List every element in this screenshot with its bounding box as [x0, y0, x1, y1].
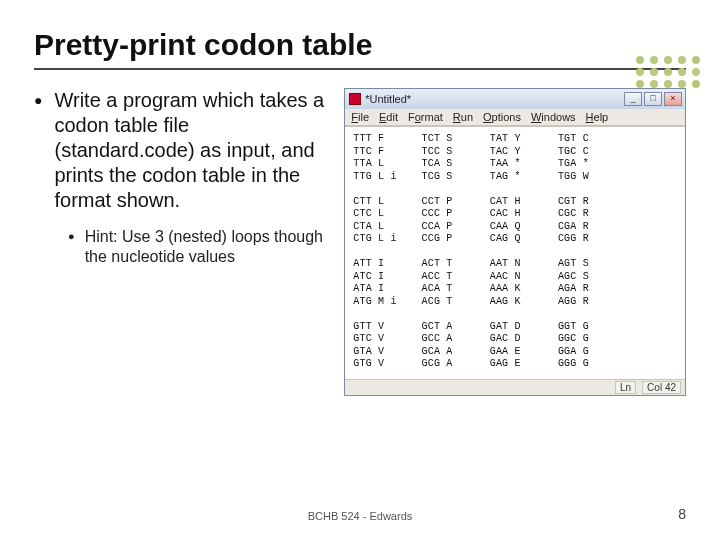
bullet-main-text: Write a program which takes a codon tabl…: [54, 88, 330, 213]
statusbar: Ln Col 42: [345, 379, 685, 395]
close-button[interactable]: ×: [664, 92, 682, 106]
window-controls: _ □ ×: [624, 92, 682, 106]
menu-format[interactable]: Format: [408, 111, 443, 123]
slide: Pretty-print codon table ● Write a progr…: [0, 0, 720, 540]
bullet-dot-icon: ●: [68, 230, 75, 267]
status-col: Col 42: [642, 381, 681, 394]
titlebar[interactable]: *Untitled* _ □ ×: [345, 89, 685, 109]
footer-center: BCHB 524 - Edwards: [0, 510, 720, 522]
menu-file[interactable]: File: [351, 111, 369, 123]
page-number: 8: [678, 506, 686, 522]
codon-output: TTT F TCT S TAT Y TGT C TTC F TCC S TAC …: [345, 126, 685, 379]
menu-edit[interactable]: Edit: [379, 111, 398, 123]
maximize-button[interactable]: □: [644, 92, 662, 106]
menu-run[interactable]: Run: [453, 111, 473, 123]
body-row: ● Write a program which takes a codon ta…: [34, 88, 686, 396]
window-title: *Untitled*: [365, 93, 411, 105]
titlebar-left: *Untitled*: [349, 93, 411, 105]
bullet-sub-text: Hint: Use 3 (nested) loops though the nu…: [85, 227, 331, 267]
decor-dots: [636, 56, 702, 88]
bullet-dot-icon: ●: [34, 92, 42, 213]
menubar: File Edit Format Run Options Windows Hel…: [345, 109, 685, 126]
page-title: Pretty-print codon table: [34, 28, 686, 70]
menu-help[interactable]: Help: [586, 111, 609, 123]
status-ln: Ln: [615, 381, 636, 394]
left-column: ● Write a program which takes a codon ta…: [34, 88, 330, 396]
menu-windows[interactable]: Windows: [531, 111, 576, 123]
menu-options[interactable]: Options: [483, 111, 521, 123]
bullet-main: ● Write a program which takes a codon ta…: [34, 88, 330, 213]
minimize-button[interactable]: _: [624, 92, 642, 106]
app-icon: [349, 93, 361, 105]
app-window: *Untitled* _ □ × File Edit Format Run Op…: [344, 88, 686, 396]
bullet-sub: ● Hint: Use 3 (nested) loops though the …: [68, 227, 330, 267]
